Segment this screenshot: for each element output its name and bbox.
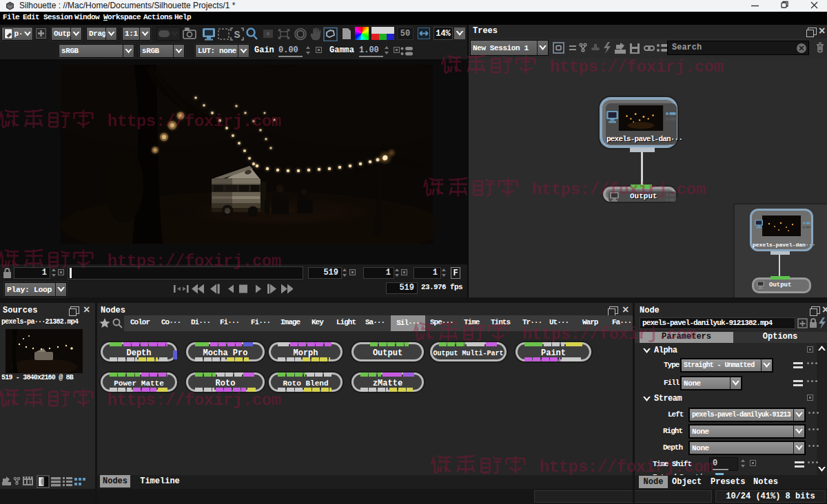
svg-text:S: S [234, 30, 241, 41]
